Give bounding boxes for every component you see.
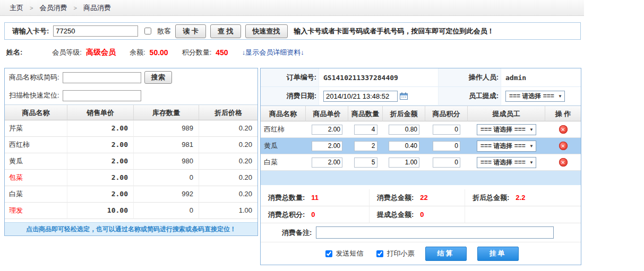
order-item-qty-input[interactable] [354,158,377,168]
product-row[interactable]: 包菜 2.00 0 0.20 [5,170,257,186]
total-points-label: 消费总积分: [268,210,305,220]
order-item-price-input[interactable] [312,158,342,168]
walkin-label: 散客 [157,27,171,36]
settle-button[interactable]: 结算 [425,247,467,261]
product-list-panel: 商品名称或简码: 搜索 扫描枪快速定位: 商品名称 销售单价 库存数量 折后价格… [4,68,258,236]
product-price: 2.00 [67,170,134,186]
order-item-price-input[interactable] [312,125,342,135]
staff-select[interactable]: === 请选择 === ▼ [477,141,536,152]
product-row[interactable]: 理发 10.00 0 1.00 [5,203,257,219]
product-panel-note: 点击商品即可轻松选定，也可以通过名称或简码进行搜索或条码直接定位！ [5,222,257,235]
product-stock: 0 [134,170,199,186]
total-qty-value: 11 [311,194,319,202]
product-name: 西红柿 [5,137,67,153]
order-item-discount-input[interactable] [389,141,419,151]
order-no-label: 订单编号: [261,68,319,87]
order-item-qty-input[interactable] [354,141,377,151]
remark-input[interactable] [316,226,554,239]
order-item-name: 西红柿 [261,125,306,134]
scanner-input[interactable] [63,90,141,101]
total-amount-label: 消费总金额: [377,193,414,203]
member-balance-label: 余额: [130,48,145,57]
order-item-name: 黄瓜 [261,141,306,151]
product-row[interactable]: 白菜 2.00 992 0.20 [5,186,257,203]
consume-date-input[interactable] [323,91,398,102]
chevron-down-icon: ▼ [558,94,562,99]
calendar-icon[interactable] [400,92,408,100]
product-discount-price: 0.20 [199,170,257,186]
operator-label: 操作人员: [439,68,501,87]
product-name: 芹菜 [5,120,67,137]
card-search-hint: 输入卡号或者卡面号码或者手机号码，按回车即可定位到此会员！ [294,27,494,36]
product-name: 理发 [5,203,67,219]
col-item-staff: 提成员工 [468,106,545,121]
delete-row-icon[interactable]: ✕ [559,125,568,134]
summary-row-1: 消费总数量: 11 消费总金额: 22 折后总金额: 2.2 [261,189,581,206]
walkin-checkbox[interactable] [144,28,151,34]
find-button[interactable]: 查 找 [210,24,241,38]
discount-total-value: 2.2 [516,194,525,202]
order-item-name: 白菜 [261,158,306,167]
col-stock-qty: 库存数量 [134,104,199,120]
staff-select[interactable]: === 请选择 === ▼ [477,124,536,135]
card-number-label: 请输入卡号: [12,27,49,36]
operator-value: admin [505,74,526,82]
card-number-input[interactable] [53,25,138,37]
breadcrumb-member-consume[interactable]: 会员消费 [39,3,67,13]
order-no-value: GS1410211337284409 [323,74,398,82]
col-product-name: 商品名称 [5,104,67,120]
col-sale-price: 销售单价 [67,104,134,120]
commission-select-value: === 请选择 === [509,92,554,101]
empty-highlight-row [261,171,581,185]
remark-label: 消费备注: [282,228,312,238]
quick-find-button[interactable]: 快速查找 [245,24,288,38]
scanner-label: 扫描枪快速定位: [9,91,59,100]
order-info-grid: 订单编号: GS1410211337284409 操作人员: admin 消费日… [261,68,581,106]
commission-total-label: 提成总金额: [377,210,414,220]
read-card-button[interactable]: 读 卡 [175,24,206,38]
page: 主页 > 会员消费 > 商品消费 请输入卡号: 散客 读 卡 查 找 快速查找 … [0,0,644,271]
product-stock: 981 [134,137,199,153]
staff-select[interactable]: === 请选择 === ▼ [477,157,536,168]
order-item-points-input[interactable] [433,141,460,151]
send-sms-checkbox[interactable] [325,250,332,257]
chevron-down-icon: ▼ [529,144,534,148]
order-item-points-input[interactable] [433,125,460,135]
product-search-button[interactable]: 搜索 [144,71,172,84]
summary-row-2: 消费总积分: 0 提成总金额: 0 [261,206,581,223]
order-item-discount-input[interactable] [389,125,419,135]
order-row: 白菜 === 请选择 === ▼ ✕ [261,154,581,171]
member-detail-link[interactable]: ↓显示会员详细资料↓ [242,48,304,57]
hold-order-button[interactable]: 挂单 [477,247,519,261]
product-row[interactable]: 芹菜 2.00 989 0.20 [5,120,257,137]
print-receipt-checkbox[interactable] [376,250,383,257]
order-item-price-input[interactable] [312,141,342,151]
staff-select-value: === 请选择 === [480,125,526,134]
product-search-row: 商品名称或简码: 搜索 [5,68,257,86]
product-discount-price: 0.20 [199,137,257,153]
breadcrumb-product-consume[interactable]: 商品消费 [83,3,111,13]
product-row[interactable]: 西红柿 2.00 981 0.20 [5,137,257,153]
product-search-input[interactable] [63,72,141,83]
spacer [261,185,581,189]
product-price: 2.00 [67,153,134,170]
product-stock: 980 [134,153,199,170]
member-balance-value: 50.00 [150,48,168,57]
breadcrumb-home[interactable]: 主页 [10,3,23,13]
order-item-qty-input[interactable] [354,125,377,135]
remark-row: 消费备注: [261,223,581,242]
product-price: 2.00 [67,137,134,153]
delete-row-icon[interactable]: ✕ [559,158,568,167]
product-row[interactable]: 黄瓜 2.00 980 0.20 [5,153,257,170]
product-discount-price: 0.20 [199,186,257,203]
order-item-points-input[interactable] [433,158,460,168]
col-item-discount: 折后金额 [383,106,425,121]
commission-select[interactable]: === 请选择 === ▼ [505,91,565,102]
product-stock: 989 [134,120,199,137]
order-table-header: 商品名称 商品单价 商品数量 折后金额 商品积分 提成员工 操 作 [261,106,581,121]
action-bar: 发送短信 打印小票 结算 挂单 [261,242,581,265]
order-item-discount-input[interactable] [389,158,419,168]
product-stock: 0 [134,203,199,219]
product-table-header: 商品名称 销售单价 库存数量 折后价格 [5,104,257,120]
delete-row-icon[interactable]: ✕ [559,142,568,150]
